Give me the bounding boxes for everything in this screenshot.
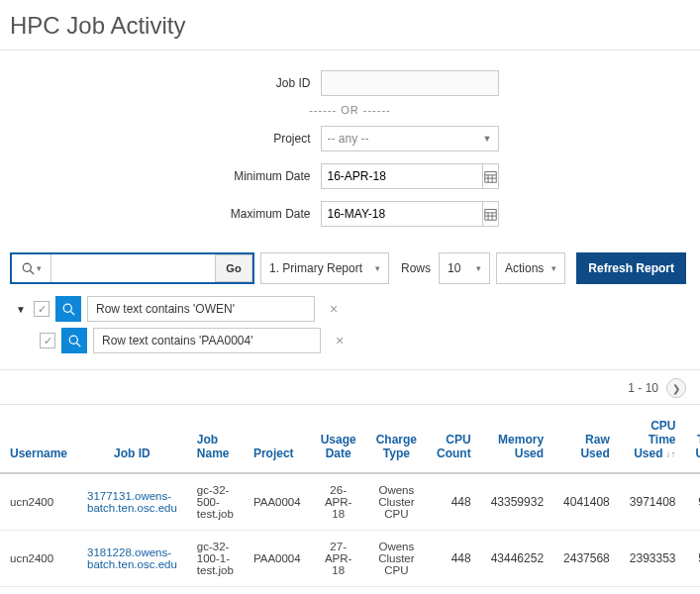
chevron-down-icon: ▾ <box>37 263 42 273</box>
check-icon: ✓ <box>38 303 47 316</box>
job-id-link[interactable]: 3181228.owens-batch.ten.osc.edu <box>87 546 177 570</box>
report-selected-value: 1. Primary Report <box>269 261 362 275</box>
cell-raw-used: 2437568 <box>553 531 620 587</box>
cell-wall-time-used: 9021 <box>686 473 701 531</box>
job-id-input[interactable] <box>321 70 499 96</box>
search-column-dropdown[interactable]: ▾ <box>12 254 51 282</box>
label-max-date: Maximum Date <box>202 207 321 221</box>
cell-wall-time-used: 5441 <box>686 531 701 587</box>
cell-job-id: 3164046.owens-batch.ten.osc.edu <box>77 587 187 595</box>
cell-cpu-count: 784 <box>427 587 481 595</box>
chevron-down-icon: ▾ <box>375 263 380 273</box>
col-username[interactable]: Username <box>0 405 77 473</box>
sort-desc-icon: ↓↑ <box>666 448 676 459</box>
report-select[interactable]: 1. Primary Report ▾ <box>260 252 389 284</box>
search-icon <box>68 335 81 347</box>
col-job-name[interactable]: Job Name <box>187 405 244 473</box>
close-icon: × <box>330 301 338 317</box>
cell-project: PAA0004 <box>244 587 311 595</box>
next-page-button[interactable]: ❯ <box>666 378 686 398</box>
cell-username: ucn2400 <box>0 587 77 595</box>
col-raw-used[interactable]: Raw Used <box>553 405 620 473</box>
col-cpu-count[interactable]: CPU Count <box>427 405 481 473</box>
cell-usage-date: 23-APR-18 <box>311 587 366 595</box>
cell-cpu-time-used: 2378014 <box>620 587 686 595</box>
cell-job-id: 3181228.owens-batch.ten.osc.edu <box>77 531 187 587</box>
project-select[interactable]: -- any -- ▼ <box>321 126 499 151</box>
col-cpu-time-used[interactable]: CPU Time Used↓↑ <box>620 405 686 473</box>
cell-usage-date: 26-APR-18 <box>311 473 366 531</box>
expand-toggle[interactable]: ▼ <box>14 302 28 316</box>
chevron-down-icon: ▾ <box>476 263 481 273</box>
cell-usage-date: 27-APR-18 <box>311 531 366 587</box>
project-selected-value: -- any -- <box>328 132 369 146</box>
filter-chip-row: ▼ ✓ Row text contains 'OWEN' × <box>14 296 690 322</box>
col-charge-type[interactable]: Charge Type <box>366 405 427 473</box>
cell-job-name: gc-32-100-1-test.job <box>187 531 244 587</box>
svg-rect-0 <box>484 171 495 182</box>
active-filters: ▼ ✓ Row text contains 'OWEN' × ✓ Row tex… <box>0 294 700 370</box>
or-divider: ------ OR ------ <box>0 104 700 116</box>
filter-chip-text[interactable]: Row text contains 'OWEN' <box>87 296 315 322</box>
cell-job-name: gc-32-20000-1.job <box>187 587 244 595</box>
cell-job-id: 3177131.owens-batch.ten.osc.edu <box>77 473 187 531</box>
filter-remove-button[interactable]: × <box>321 296 347 322</box>
pagination: 1 - 10 ❯ <box>0 370 700 404</box>
min-date-input[interactable] <box>321 163 482 189</box>
max-date-input[interactable] <box>321 201 482 227</box>
actions-label: Actions <box>505 261 544 275</box>
page-range: 1 - 10 <box>628 381 658 395</box>
svg-line-13 <box>70 311 74 315</box>
job-id-link[interactable]: 3177131.owens-batch.ten.osc.edu <box>87 490 177 514</box>
rows-label: Rows <box>395 261 433 275</box>
cell-cpu-count: 448 <box>427 531 481 587</box>
filter-form: Job ID ------ OR ------ Project -- any -… <box>0 60 700 247</box>
filter-search-button[interactable] <box>55 296 81 322</box>
col-memory-used[interactable]: Memory Used <box>481 405 553 473</box>
cell-charge-type: Owens Cluster CPU <box>366 587 427 595</box>
cell-cpu-count: 448 <box>427 473 481 531</box>
calendar-icon <box>484 208 497 221</box>
cell-memory-used: 43446252 <box>481 531 553 587</box>
svg-line-11 <box>30 270 34 274</box>
refresh-report-button[interactable]: Refresh Report <box>576 252 686 284</box>
max-date-calendar-button[interactable] <box>482 201 499 227</box>
col-job-id[interactable]: Job ID <box>77 405 187 473</box>
label-min-date: Minimum Date <box>202 169 321 183</box>
search-group: ▾ Go <box>10 252 254 284</box>
filter-checkbox[interactable]: ✓ <box>34 301 50 317</box>
rows-selected-value: 10 <box>448 261 460 275</box>
filter-search-button[interactable] <box>61 328 87 353</box>
svg-point-10 <box>23 263 31 271</box>
col-usage-date[interactable]: Usage Date <box>311 405 366 473</box>
check-icon: ✓ <box>44 335 52 347</box>
col-project[interactable]: Project <box>244 405 311 473</box>
page-title: HPC Job Activity <box>0 0 700 50</box>
chevron-down-icon: ▾ <box>551 263 556 273</box>
search-input[interactable] <box>51 254 215 282</box>
results-table: Username Job ID Job Name Project Usage D… <box>0 405 700 594</box>
label-project: Project <box>202 132 321 146</box>
cell-memory-used: 43359932 <box>481 473 553 531</box>
table-row: ucn24003164046.owens-batch.ten.osc.edugc… <box>0 587 700 595</box>
filter-checkbox[interactable]: ✓ <box>40 333 55 348</box>
rows-select[interactable]: 10 ▾ <box>439 252 490 284</box>
cell-wall-time-used: 5455 <box>686 587 701 595</box>
svg-rect-5 <box>484 209 495 220</box>
chevron-down-icon: ▼ <box>483 134 492 144</box>
svg-point-14 <box>69 336 77 344</box>
go-button[interactable]: Go <box>215 254 252 282</box>
table-row: ucn24003181228.owens-batch.ten.osc.edugc… <box>0 531 700 587</box>
cell-username: ucn2400 <box>0 473 77 531</box>
cell-raw-used: 4041408 <box>553 473 620 531</box>
col-wall-time-used[interactable]: Wall Time Used <box>686 405 701 473</box>
table-row: ucn24003177131.owens-batch.ten.osc.edugc… <box>0 473 700 531</box>
svg-line-15 <box>76 343 80 346</box>
filter-chip-text[interactable]: Row text contains 'PAA0004' <box>93 328 321 353</box>
toolbar: ▾ Go 1. Primary Report ▾ Rows 10 ▾ Actio… <box>0 247 700 294</box>
close-icon: × <box>336 333 344 348</box>
min-date-calendar-button[interactable] <box>482 163 499 189</box>
filter-remove-button[interactable]: × <box>327 328 352 353</box>
search-icon <box>62 303 75 316</box>
actions-menu[interactable]: Actions ▾ <box>496 252 565 284</box>
